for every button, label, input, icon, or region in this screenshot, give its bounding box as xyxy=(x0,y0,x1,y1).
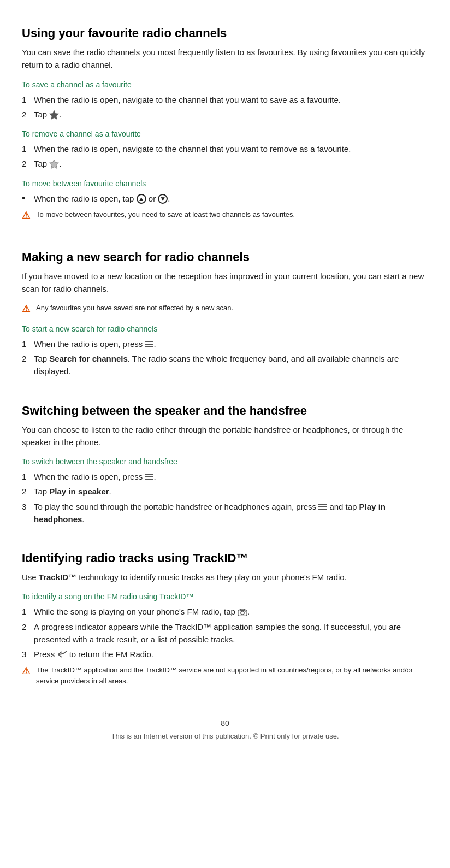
remove-channel-title: To remove a channel as a favourite xyxy=(22,129,428,138)
section1-intro: You can save the radio channels you most… xyxy=(22,46,428,72)
svg-rect-7 xyxy=(145,479,153,480)
up-arrow-icon: ▲ xyxy=(137,194,146,204)
move-channels-note-text: To move between favourites, you need to … xyxy=(36,209,295,220)
section4-heading: Identifying radio tracks using TrackID™ xyxy=(22,551,428,565)
save-step-2: 2 Tap . xyxy=(22,108,428,121)
svg-rect-6 xyxy=(145,476,153,477)
svg-rect-4 xyxy=(145,346,153,347)
new-search-note: ⚠ Any favourites you have saved are not … xyxy=(22,303,428,316)
down-arrow-icon: ▼ xyxy=(158,194,168,204)
start-search-title: To start a new search for radio channels xyxy=(22,324,428,333)
page-footer: 80 This is an Internet version of this p… xyxy=(22,719,428,740)
save-channel-steps: 1 When the radio is open, navigate to th… xyxy=(22,93,428,121)
svg-rect-9 xyxy=(318,506,327,507)
star-filled-icon xyxy=(49,110,59,120)
switch-step-3: 3 To play the sound through the portable… xyxy=(22,500,428,526)
move-channels-note: ⚠ To move between favourites, you need t… xyxy=(22,209,428,222)
back-arrow-icon xyxy=(57,650,67,659)
identify-song-title: To identify a song on the FM radio using… xyxy=(22,592,428,601)
star-outline-icon xyxy=(49,159,59,169)
remove-step-1: 1 When the radio is open, navigate to th… xyxy=(22,143,428,155)
trackid-note-text: The TrackID™ application and the TrackID… xyxy=(36,665,428,686)
trackid-note: ⚠ The TrackID™ application and the Track… xyxy=(22,665,428,686)
start-search-step-2: 2 Tap Search for channels. The radio sca… xyxy=(22,352,428,378)
svg-point-12 xyxy=(241,611,244,614)
remove-channel-steps: 1 When the radio is open, navigate to th… xyxy=(22,143,428,170)
new-search-note-text: Any favourites you have saved are not af… xyxy=(36,303,233,314)
menu-icon-2 xyxy=(145,473,153,481)
svg-marker-0 xyxy=(50,110,59,120)
svg-marker-1 xyxy=(50,160,59,169)
page-number: 80 xyxy=(22,719,428,728)
trackid-note-icon: ⚠ xyxy=(22,665,33,678)
identify-step-3: 3 Press to return the FM Radio. xyxy=(22,648,428,660)
svg-point-14 xyxy=(245,610,246,611)
section3-intro: You can choose to listen to the radio ei… xyxy=(22,423,428,449)
svg-rect-8 xyxy=(318,504,327,505)
switch-speaker-title: To switch between the speaker and handsf… xyxy=(22,457,428,466)
section1-heading: Using your favourite radio channels xyxy=(22,26,428,40)
move-bullet-1: • When the radio is open, tap ▲ or ▼. xyxy=(22,192,428,205)
section3-heading: Switching between the speaker and the ha… xyxy=(22,404,428,418)
section2-intro: If you have moved to a new location or t… xyxy=(22,270,428,296)
svg-rect-10 xyxy=(318,509,327,510)
footer-note: This is an Internet version of this publ… xyxy=(22,732,428,740)
switch-step-2: 2 Tap Play in speaker. xyxy=(22,485,428,498)
camera-icon xyxy=(238,608,247,617)
menu-icon-3 xyxy=(318,503,327,511)
identify-song-steps: 1 While the song is playing on your phon… xyxy=(22,605,428,660)
svg-rect-2 xyxy=(145,341,153,342)
save-channel-title: To save a channel as a favourite xyxy=(22,80,428,89)
start-search-step-1: 1 When the radio is open, press . xyxy=(22,338,428,350)
remove-step-2: 2 Tap . xyxy=(22,157,428,170)
save-step-1: 1 When the radio is open, navigate to th… xyxy=(22,93,428,106)
menu-icon-1 xyxy=(145,340,153,348)
section4-intro: Use TrackID™ technology to identify musi… xyxy=(22,571,428,583)
svg-rect-3 xyxy=(145,344,153,345)
note-exclamation2-icon: ⚠ xyxy=(22,303,33,316)
switch-speaker-steps: 1 When the radio is open, press . 2 Tap … xyxy=(22,470,428,525)
section2-heading: Making a new search for radio channels xyxy=(22,250,428,264)
identify-step-2: 2 A progress indicator appears while the… xyxy=(22,621,428,646)
start-search-steps: 1 When the radio is open, press . 2 Tap … xyxy=(22,338,428,378)
move-channels-bullets: • When the radio is open, tap ▲ or ▼. xyxy=(22,192,428,205)
identify-step-1: 1 While the song is playing on your phon… xyxy=(22,605,428,618)
svg-rect-5 xyxy=(145,474,153,475)
move-channels-title: To move between favourite channels xyxy=(22,179,428,188)
note-exclamation-icon: ⚠ xyxy=(22,209,33,222)
switch-step-1: 1 When the radio is open, press . xyxy=(22,470,428,483)
